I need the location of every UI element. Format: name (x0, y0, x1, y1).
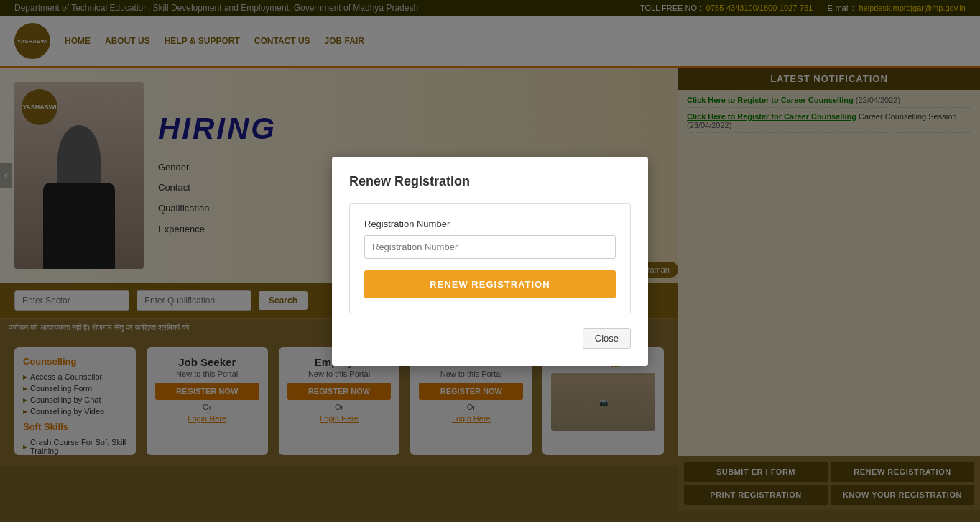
modal-submit-button[interactable]: RENEW REGISTRATION (364, 270, 616, 298)
modal-overlay: Renew Registration Registration Number R… (0, 0, 980, 522)
registration-number-label: Registration Number (364, 219, 616, 229)
renew-registration-modal: Renew Registration Registration Number R… (332, 157, 648, 366)
modal-close-button[interactable]: Close (583, 328, 631, 349)
modal-title: Renew Registration (349, 174, 631, 189)
modal-footer: Close (349, 328, 631, 349)
modal-body: Registration Number RENEW REGISTRATION (349, 203, 631, 313)
registration-number-input[interactable] (364, 235, 616, 259)
